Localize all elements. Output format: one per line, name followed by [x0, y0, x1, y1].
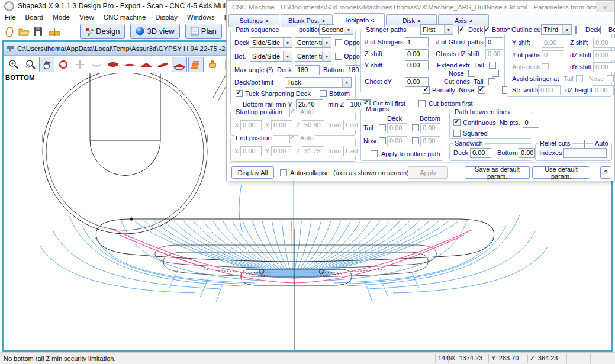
margin-tail-bottom-checkbox[interactable] — [412, 124, 419, 131]
tab-settings[interactable]: Settings > — [228, 14, 279, 27]
partial-nose-deck-checkbox[interactable] — [478, 86, 485, 94]
outline-y-shift-field[interactable]: 0.00 — [542, 38, 564, 48]
close-icon[interactable]: x — [596, 2, 614, 12]
cut-bottom-first-checkbox[interactable] — [418, 100, 426, 107]
end-y-field[interactable]: 0.00 — [271, 146, 292, 156]
tab-toolpath[interactable]: Toolpath < — [334, 13, 385, 27]
z-shift-field[interactable]: 0.00 — [405, 49, 429, 59]
auto-collapse-checkbox[interactable] — [280, 169, 287, 176]
menu-mode[interactable]: Mode — [48, 14, 75, 21]
avoid-nose-checkbox[interactable] — [607, 75, 614, 82]
outline-dz-shift-field[interactable]: 0.00 — [593, 50, 615, 60]
dialog-help-button[interactable]: ? — [600, 166, 611, 179]
stringer-deck-checkbox[interactable] — [458, 26, 459, 34]
plan-button[interactable]: Plan — [185, 24, 222, 39]
end-auto-checkbox[interactable] — [289, 134, 290, 143]
pan-hand-icon[interactable] — [39, 57, 54, 72]
move-icon[interactable] — [72, 57, 88, 72]
margin-tail-deck-checkbox[interactable] — [379, 124, 386, 131]
outline-paths-field[interactable]: 0 — [542, 50, 564, 60]
save-default-button[interactable]: Save as default param. — [465, 166, 530, 179]
menu-display[interactable]: Display — [150, 14, 182, 21]
outline-order-select[interactable]: Third▼ — [541, 24, 572, 35]
avoid-tail-checkbox[interactable] — [576, 75, 583, 82]
use-default-button[interactable]: Use default param. — [532, 166, 590, 179]
slice-icon[interactable] — [139, 57, 154, 72]
end-z-field[interactable]: 31.75 — [302, 146, 324, 156]
bot-side-select[interactable]: Side/Side▼ — [250, 51, 292, 62]
menu-file[interactable]: File — [0, 14, 21, 21]
rocker-icon[interactable] — [122, 57, 137, 72]
rotate-icon[interactable] — [56, 57, 71, 72]
outline-z-shift-label: Z shift — [570, 39, 591, 46]
menu-windows[interactable]: Windows — [182, 14, 220, 21]
measure-icon[interactable] — [48, 24, 61, 38]
margin-nose-bottom-field[interactable]: 0.00 — [420, 136, 440, 146]
margin-tail-bottom-field[interactable]: 0.00 — [420, 123, 440, 133]
margin-nose-deck-field[interactable]: 0.00 — [387, 136, 407, 146]
tuck-bottom-checkbox[interactable] — [320, 90, 327, 97]
margin-tail-deck-field[interactable]: 0.00 — [387, 123, 407, 133]
str-width-field[interactable]: 0.00 — [538, 85, 561, 95]
dz-height-field[interactable]: 0.00 — [593, 85, 614, 95]
zoom-in-icon[interactable] — [6, 57, 21, 72]
start-auto-checkbox[interactable] — [289, 108, 290, 117]
deck-center-select[interactable]: Center-to-▼ — [295, 37, 331, 48]
ghost-deck-field[interactable]: 0 — [485, 37, 503, 47]
end-x-field[interactable]: 0.00 — [240, 146, 262, 156]
tuck-sharpening-deck-checkbox[interactable] — [236, 90, 243, 97]
board-icon[interactable] — [89, 57, 104, 72]
continuous-checkbox[interactable] — [453, 119, 461, 126]
new-board-icon[interactable] — [3, 24, 16, 38]
num-stringers-field[interactable]: 1 — [405, 37, 429, 47]
bot-center-select[interactable]: Center-to-▼ — [295, 51, 331, 62]
menu-board[interactable]: Board — [21, 14, 49, 21]
blade-icon[interactable] — [155, 57, 170, 72]
deck-side-select[interactable]: Side/Side▼ — [250, 37, 292, 48]
relief-auto-checkbox[interactable] — [584, 140, 585, 148]
bot-opposite-checkbox[interactable] — [335, 53, 342, 60]
outline-bottom-checkbox[interactable] — [600, 26, 601, 34]
display-all-button[interactable]: Display All — [231, 166, 274, 179]
open-folder-icon[interactable] — [17, 24, 30, 38]
squared-checkbox[interactable] — [453, 130, 461, 137]
sandwich-bottom-field[interactable]: 0.00 — [519, 148, 535, 158]
save-icon[interactable] — [31, 24, 44, 38]
deck-bot-limit-label: Deck/bot limit — [234, 79, 285, 86]
partially-checkbox[interactable] — [423, 86, 430, 94]
apply-button[interactable]: Apply — [408, 166, 448, 179]
menu-view[interactable]: View — [75, 14, 99, 21]
sander-icon[interactable] — [205, 57, 220, 72]
stringer-order-select[interactable]: First▼ — [420, 24, 453, 35]
3d-view-button[interactable]: 3D view — [130, 24, 179, 39]
zoom-window-icon[interactable] — [22, 57, 38, 72]
outline-z-shift-field[interactable]: 0.00 — [593, 38, 615, 48]
margin-nose-bottom-checkbox[interactable] — [412, 137, 419, 144]
anticlock-checkbox[interactable] — [542, 63, 549, 70]
max-angle-deck-field[interactable]: 180 — [295, 65, 320, 75]
start-y-field[interactable]: 0.00 — [271, 120, 292, 130]
ghosts-dz-deck-field[interactable]: 0.00 — [485, 49, 503, 59]
outline-dy-shift-field[interactable]: 0.00 — [593, 62, 615, 72]
menu-cnc-machine[interactable]: CNC machine — [99, 14, 151, 21]
stringer-bottom-checkbox[interactable] — [484, 26, 485, 34]
sandwich-group: Sandwich Deck 0.00 Bottom 0.00 — [449, 143, 532, 161]
start-z-field[interactable]: 50.80 — [302, 120, 324, 130]
starting-position-title: Starting position — [234, 108, 284, 116]
outline-icon[interactable] — [105, 57, 121, 72]
layers-icon[interactable] — [188, 57, 204, 72]
deck-bot-limit-select[interactable]: Tuck▼ — [285, 77, 352, 88]
margin-nose-deck-checkbox[interactable] — [379, 137, 386, 144]
y-shift-field[interactable]: 0.00 — [405, 60, 429, 70]
sandwich-deck-field[interactable]: 0.00 — [470, 148, 491, 158]
tuck-sharpening-label: Tuck Sharpening Deck — [245, 90, 310, 97]
dialog-titlebar[interactable]: CNC Machine - D:\Documents\S3d models\Ma… — [227, 1, 614, 14]
indexes-field[interactable] — [563, 148, 607, 158]
start-x-field[interactable]: 0.00 — [240, 120, 262, 130]
design-button[interactable]: Design — [80, 24, 125, 39]
apply-outline-checkbox[interactable] — [371, 150, 378, 157]
arch-rotate-icon[interactable] — [172, 57, 187, 72]
deck-opposite-checkbox[interactable] — [335, 39, 342, 46]
nb-pts-field[interactable]: 0 — [523, 118, 539, 128]
outline-deck-checkbox[interactable] — [575, 26, 577, 34]
